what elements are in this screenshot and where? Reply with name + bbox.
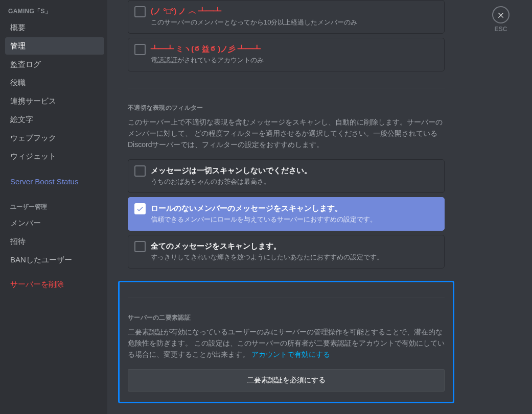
checkbox-icon (134, 44, 146, 55)
twofa-heading: サーバーの二要素認証 (128, 313, 445, 322)
sidebar-item-audit-log[interactable]: 監査ログ (5, 56, 104, 73)
require-twofa-button[interactable]: 二要素認証を必須にする (128, 369, 445, 392)
explicit-filter-heading: 不適切な表現のフィルター (128, 104, 445, 112)
settings-sidebar: GAMING「S」 概要 管理 監査ログ 役職 連携サービス 絵文字 ウェブフッ… (0, 0, 107, 414)
checkbox-icon (134, 6, 146, 17)
verification-option-high[interactable]: (ノ °□°) ノ ︵ ┻━┻ このサーバーのメンバーとなってから10分以上経過… (128, 0, 445, 34)
option-description: すっきりしてきれいな輝きを放つようにしたいあなたにおすすめの設定です。 (151, 253, 438, 262)
sidebar-item-integrations[interactable]: 連携サービス (5, 92, 104, 110)
close-icon (492, 6, 510, 23)
sidebar-item-widget[interactable]: ウィジェット (5, 148, 104, 165)
option-description: 信頼できるメンバーにロールを与えているサーバーにおすすめの設定です。 (151, 215, 438, 224)
option-description: 電話認証がされているアカウントのみ (151, 56, 438, 65)
filter-option-all[interactable]: 全てのメッセージをスキャンします。 すっきりしてきれいな輝きを放つようにしたいあ… (128, 235, 445, 269)
sidebar-item-webhooks[interactable]: ウェブフック (5, 129, 104, 147)
sidebar-section-user-management: ユーザー管理 (5, 191, 104, 214)
main-content-area: (ノ °□°) ノ ︵ ┻━┻ このサーバーのメンバーとなってから10分以上経過… (107, 0, 532, 414)
section-divider (128, 298, 445, 298)
explicit-filter-description: このサーバー上で不適切な表現を含むメッセージをスキャンし、自動的に削除します。サ… (128, 116, 445, 150)
sidebar-item-moderation[interactable]: 管理 (5, 37, 104, 55)
checkbox-icon (134, 241, 146, 252)
option-title: ┻━┻ ミヽ(ಠ益ಠ)ノ彡 ┻━┻ (151, 43, 438, 55)
option-description: うちのおばあちゃんのお茶会は最高さ。 (151, 177, 438, 186)
sidebar-item-invites[interactable]: 招待 (5, 233, 104, 250)
option-title: (ノ °□°) ノ ︵ ┻━┻ (151, 6, 438, 17)
checkbox-icon (134, 165, 146, 177)
sidebar-item-overview[interactable]: 概要 (5, 19, 104, 36)
sidebar-item-boost-status[interactable]: Server Boost Status (5, 173, 104, 190)
twofa-section-focused: サーバーの二要素認証 二要素認証が有効になっているユーザーのみにサーバーの管理操… (118, 281, 454, 403)
close-button[interactable]: ESC (492, 6, 510, 33)
section-divider (128, 88, 445, 88)
checkbox-checked-icon (134, 203, 146, 214)
twofa-description: 二要素認証が有効になっているユーザーのみにサーバーの管理操作を可能とすることで、… (128, 326, 445, 360)
filter-option-no-role[interactable]: ロールのないメンバーのメッセージをスキャンします。 信頼できるメンバーにロールを… (128, 197, 445, 231)
twofa-enable-account-link[interactable]: アカウントで有効にする (251, 350, 330, 358)
filter-option-none[interactable]: メッセージは一切スキャンしないでください。 うちのおばあちゃんのお茶会は最高さ。 (128, 159, 445, 193)
option-description: このサーバーのメンバーとなってから10分以上経過したメンバーのみ (151, 18, 438, 27)
option-title: 全てのメッセージをスキャンします。 (151, 240, 438, 252)
esc-label: ESC (492, 26, 510, 33)
sidebar-header: GAMING「S」 (5, 5, 104, 19)
sidebar-item-roles[interactable]: 役職 (5, 74, 104, 91)
verification-option-highest[interactable]: ┻━┻ ミヽ(ಠ益ಠ)ノ彡 ┻━┻ 電話認証がされているアカウントのみ (128, 38, 445, 71)
sidebar-item-emoji[interactable]: 絵文字 (5, 111, 104, 128)
sidebar-item-bans[interactable]: BANしたユーザー (5, 251, 104, 269)
option-title: ロールのないメンバーのメッセージをスキャンします。 (151, 203, 438, 214)
sidebar-item-delete-server[interactable]: サーバーを削除 (5, 276, 104, 293)
sidebar-item-members[interactable]: メンバー (5, 214, 104, 232)
option-title: メッセージは一切スキャンしないでください。 (151, 165, 438, 176)
